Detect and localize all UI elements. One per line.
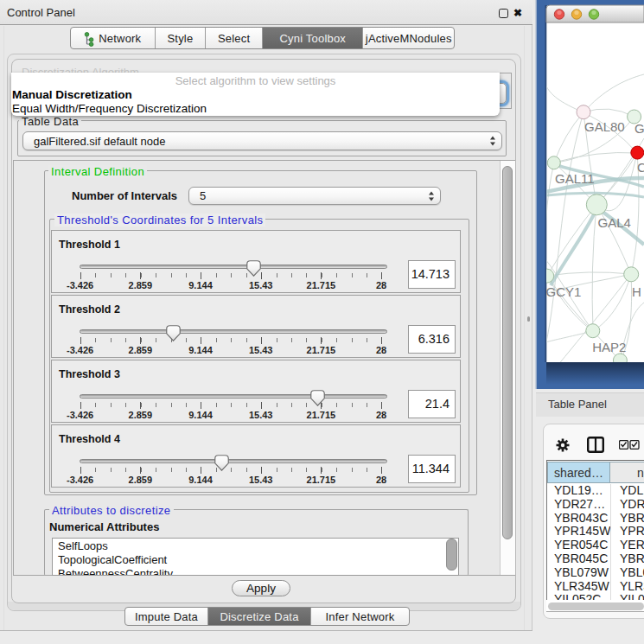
svg-text:GAL11: GAL11: [555, 171, 595, 186]
svg-text:H: H: [632, 284, 641, 299]
svg-text:G: G: [634, 121, 644, 136]
svg-text:HAP2: HAP2: [592, 340, 626, 354]
svg-text:GCY1: GCY1: [546, 284, 582, 299]
svg-text:GAL4: GAL4: [598, 215, 631, 230]
svg-text:C: C: [637, 160, 644, 175]
svg-text:GAL80: GAL80: [584, 119, 625, 134]
